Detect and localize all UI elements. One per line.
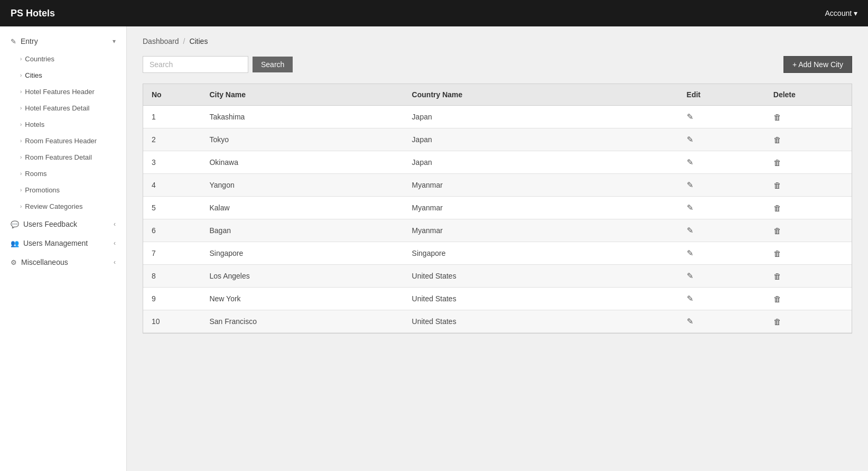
col-header-country-name: Country Name <box>404 84 678 106</box>
edit-icon[interactable]: ✎ <box>687 226 694 235</box>
cell-delete: 🗑 <box>765 128 852 151</box>
table-row: 2TokyoJapan✎🗑 <box>143 128 852 151</box>
search-input[interactable] <box>143 56 248 73</box>
sidebar-item-entry[interactable]: ✎ Entry ▾ <box>0 32 126 51</box>
edit-icon[interactable]: ✎ <box>687 158 694 167</box>
sidebar-miscellaneous-label: Miscellaneous <box>21 258 68 266</box>
sidebar-item-room-features-detail[interactable]: › Room Features Detail <box>0 149 126 165</box>
cell-no: 3 <box>143 151 201 174</box>
cell-no: 2 <box>143 128 201 151</box>
sidebar-item-users-feedback[interactable]: 💬 Users Feedback ‹ <box>0 215 126 234</box>
edit-icon[interactable]: ✎ <box>687 203 694 212</box>
sidebar-item-users-management[interactable]: 👥 Users Management ‹ <box>0 234 126 253</box>
cell-country-name: United States <box>404 265 678 288</box>
cell-edit: ✎ <box>678 288 765 310</box>
cell-no: 5 <box>143 197 201 219</box>
cell-country-name: Myanmar <box>404 174 678 197</box>
cell-no: 1 <box>143 106 201 128</box>
breadcrumb-separator: / <box>183 37 185 45</box>
table-row: 1TakashimaJapan✎🗑 <box>143 106 852 128</box>
sidebar-item-room-features-header[interactable]: › Room Features Header <box>0 133 126 149</box>
sidebar-hotels-label: Hotels <box>25 121 44 128</box>
cell-delete: 🗑 <box>765 288 852 310</box>
cities-table-container: No City Name Country Name Edit Delete 1T… <box>143 84 852 334</box>
sidebar-item-rooms[interactable]: › Rooms <box>0 165 126 182</box>
cell-city-name: San Francisco <box>201 310 403 333</box>
cell-city-name: Los Angeles <box>201 265 403 288</box>
sidebar-item-hotels[interactable]: › Hotels <box>0 116 126 133</box>
sidebar-hotel-features-detail-label: Hotel Features Detail <box>25 104 89 112</box>
sidebar-review-categories-label: Review Categories <box>25 202 82 210</box>
edit-icon[interactable]: ✎ <box>687 248 694 257</box>
edit-icon[interactable]: ✎ <box>687 112 694 121</box>
chevron-right-icon: › <box>20 105 22 111</box>
breadcrumb-dashboard[interactable]: Dashboard <box>143 37 179 45</box>
cell-delete: 🗑 <box>765 197 852 219</box>
cell-country-name: Japan <box>404 128 678 151</box>
table-row: 3OkinawaJapan✎🗑 <box>143 151 852 174</box>
cell-city-name: Tokyo <box>201 128 403 151</box>
cell-delete: 🗑 <box>765 174 852 197</box>
table-row: 10San FranciscoUnited States✎🗑 <box>143 310 852 333</box>
sidebar-promotions-label: Promotions <box>25 186 60 194</box>
cell-edit: ✎ <box>678 197 765 219</box>
delete-icon[interactable]: 🗑 <box>773 317 781 326</box>
sidebar-item-promotions[interactable]: › Promotions <box>0 182 126 198</box>
cell-country-name: Japan <box>404 151 678 174</box>
edit-icon[interactable]: ✎ <box>687 271 694 280</box>
sidebar-item-countries[interactable]: › Countries <box>0 51 126 67</box>
cell-city-name: New York <box>201 288 403 310</box>
col-header-no: No <box>143 84 201 106</box>
chevron-left-icon: ‹ <box>114 258 116 266</box>
chevron-right-icon: › <box>20 154 22 160</box>
cell-city-name: Okinawa <box>201 151 403 174</box>
toolbar-left: Search <box>143 56 293 73</box>
table-row: 5KalawMyanmar✎🗑 <box>143 197 852 219</box>
delete-icon[interactable]: 🗑 <box>773 272 781 281</box>
delete-icon[interactable]: 🗑 <box>773 226 781 235</box>
delete-icon[interactable]: 🗑 <box>773 113 781 122</box>
sidebar-hotel-features-header-label: Hotel Features Header <box>25 88 95 96</box>
sidebar-item-miscellaneous[interactable]: ⚙ Miscellaneous ‹ <box>0 253 126 272</box>
users-icon: 👥 <box>11 239 19 247</box>
chevron-left-icon: ‹ <box>114 239 116 247</box>
cell-no: 9 <box>143 288 201 310</box>
sidebar-users-management-label: Users Management <box>23 239 88 247</box>
cell-edit: ✎ <box>678 106 765 128</box>
chevron-right-icon: › <box>20 187 22 193</box>
delete-icon[interactable]: 🗑 <box>773 204 781 213</box>
col-header-edit: Edit <box>678 84 765 106</box>
cell-city-name: Yangon <box>201 174 403 197</box>
edit-icon[interactable]: ✎ <box>687 180 694 189</box>
cell-delete: 🗑 <box>765 265 852 288</box>
table-row: 7SingaporeSingapore✎🗑 <box>143 242 852 265</box>
cell-delete: 🗑 <box>765 106 852 128</box>
gear-icon: ⚙ <box>11 258 17 266</box>
chevron-right-icon: › <box>20 89 22 95</box>
cell-country-name: United States <box>404 288 678 310</box>
add-new-city-button[interactable]: + Add New City <box>783 56 852 73</box>
cell-edit: ✎ <box>678 310 765 333</box>
account-menu[interactable]: Account <box>825 9 857 17</box>
sidebar-item-hotel-features-detail[interactable]: › Hotel Features Detail <box>0 100 126 116</box>
delete-icon[interactable]: 🗑 <box>773 135 781 144</box>
delete-icon[interactable]: 🗑 <box>773 249 781 258</box>
cell-city-name: Kalaw <box>201 197 403 219</box>
delete-icon[interactable]: 🗑 <box>773 294 781 303</box>
sidebar-item-cities[interactable]: › Cities <box>0 67 126 84</box>
chevron-left-icon: ‹ <box>114 220 116 228</box>
edit-icon[interactable]: ✎ <box>687 135 694 144</box>
table-row: 6BaganMyanmar✎🗑 <box>143 219 852 242</box>
delete-icon[interactable]: 🗑 <box>773 158 781 167</box>
app-brand: PS Hotels <box>11 8 55 19</box>
search-button[interactable]: Search <box>253 57 293 72</box>
sidebar-cities-label: Cities <box>25 71 42 79</box>
edit-icon[interactable]: ✎ <box>687 294 694 303</box>
main-content: Dashboard / Cities Search + Add New City… <box>127 26 868 471</box>
cell-delete: 🗑 <box>765 310 852 333</box>
sidebar-item-review-categories[interactable]: › Review Categories <box>0 198 126 215</box>
edit-icon[interactable]: ✎ <box>687 317 694 326</box>
delete-icon[interactable]: 🗑 <box>773 181 781 190</box>
main-layout: ✎ Entry ▾ › Countries › Cities › Hotel F… <box>0 26 868 471</box>
sidebar-item-hotel-features-header[interactable]: › Hotel Features Header <box>0 84 126 100</box>
